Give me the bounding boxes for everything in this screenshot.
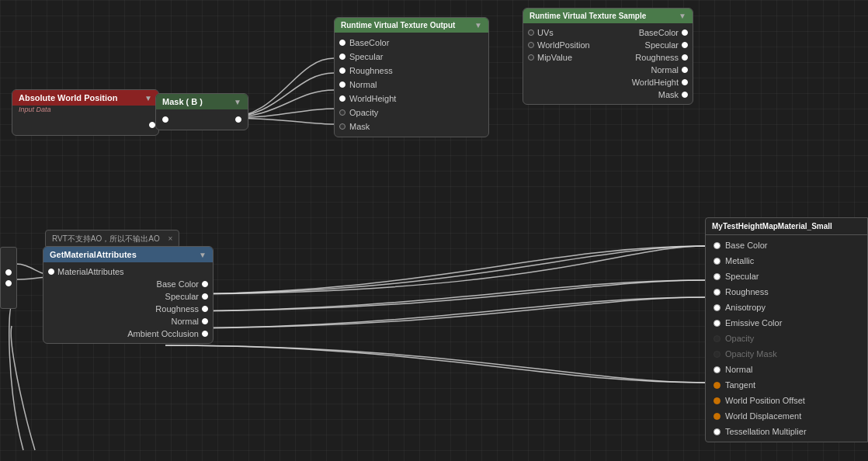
pin-emissive-mthm <box>713 320 720 327</box>
node-row-basecolor-mthm: Base Color <box>706 237 867 253</box>
node-row-wpo-mthm: World Position Offset <box>706 393 867 408</box>
pin-basecolor-rvt-output <box>339 40 345 46</box>
pin-mask-input <box>162 116 168 123</box>
node-row-metallic-mthm: Metallic <box>706 253 867 269</box>
pin-normal-rvt-output <box>339 81 345 88</box>
pin-roughness-rvt-sample <box>682 54 688 61</box>
node-title-rvt-sample: Runtime Virtual Texture Sample <box>529 12 646 20</box>
node-row-basecolor-rvt-output: BaseColor <box>335 36 488 50</box>
pin-worldpos-input <box>528 42 534 48</box>
node-header-awp: Absolute World Position ▼ <box>12 90 158 106</box>
pin-left-collapsed-out2 <box>5 280 12 286</box>
node-row-opacity-mthm: Opacity <box>706 331 867 346</box>
pin-normal-rvt-sample <box>682 67 688 73</box>
pin-left-collapsed-out1 <box>5 269 12 276</box>
node-title-gma: GetMaterialAttributes <box>50 250 137 259</box>
node-header-rvt-sample: Runtime Virtual Texture Sample ▼ <box>523 9 693 23</box>
node-rvt-output[interactable]: Runtime Virtual Texture Output ▼ BaseCol… <box>334 17 489 137</box>
node-row-emissive-mthm: Emissive Color <box>706 315 867 331</box>
node-subtitle-awp: Input Data <box>12 106 158 115</box>
node-row-specular-mthm: Specular <box>706 269 867 284</box>
node-mytestheightmapmaterial[interactable]: MyTestHeightMapMaterial_Small Base Color… <box>705 217 868 442</box>
pin-roughness-gma <box>202 306 208 312</box>
node-row-roughness-mthm: Roughness <box>706 284 867 300</box>
node-row-specular-rvt-output: Specular <box>335 50 488 64</box>
pin-wd-mthm <box>713 413 720 420</box>
node-body-rvt-sample: UVs BaseColor WorldPosition Specular Mip… <box>523 23 693 104</box>
chevron-icon-rvt-output: ▼ <box>474 21 482 29</box>
node-body-mthm: Base Color Metallic Specular Roughness A… <box>706 235 867 442</box>
node-row-normal-rvt-output: Normal <box>335 78 488 92</box>
pin-tess-mthm <box>713 428 720 435</box>
chevron-icon-awp: ▼ <box>144 94 152 102</box>
node-row-anisotropy-mthm: Anisotropy <box>706 300 867 315</box>
pin-mask-rvt-output <box>339 123 345 130</box>
node-title-mask: Mask ( B ) <box>162 97 203 106</box>
node-row-tess-mthm: Tessellation Multiplier <box>706 424 867 439</box>
node-row-tangent-mthm: Tangent <box>706 377 867 393</box>
pin-ao-gma <box>202 331 208 337</box>
pin-opacity-mask-mthm <box>713 351 720 358</box>
node-body-rvt-output: BaseColor Specular Roughness Normal Worl… <box>335 33 488 137</box>
pin-mask-rvt-sample <box>682 92 688 98</box>
pin-mipvalue-input <box>528 54 534 61</box>
pin-materialattributes-input <box>48 269 54 275</box>
node-row-opacity-mask-mthm: Opacity Mask <box>706 346 867 362</box>
pin-uvs-input <box>528 29 534 36</box>
node-collapsed-left <box>0 247 17 309</box>
node-get-material-attributes[interactable]: GetMaterialAttributes ▼ MaterialAttribut… <box>43 246 214 344</box>
node-row-roughness-rvt-output: Roughness <box>335 64 488 78</box>
pin-roughness-rvt-output <box>339 68 345 74</box>
pin-specular-mthm <box>713 273 720 280</box>
node-title-awp: Absolute World Position <box>19 93 118 102</box>
pin-worldheight-rvt-sample <box>682 79 688 85</box>
chevron-icon-gma: ▼ <box>199 251 207 259</box>
pin-awp-output <box>149 122 155 128</box>
node-header-rvt-output: Runtime Virtual Texture Output ▼ <box>335 18 488 33</box>
node-rvt-sample[interactable]: Runtime Virtual Texture Sample ▼ UVs Bas… <box>523 8 693 105</box>
node-row-normal-mthm: Normal <box>706 362 867 377</box>
pin-basecolor-gma <box>202 281 208 287</box>
pin-opacity-mthm <box>713 335 720 342</box>
node-row-wd-mthm: World Displacement <box>706 408 867 424</box>
pin-metallic-mthm <box>713 258 720 265</box>
pin-specular-gma <box>202 293 208 300</box>
node-row-opacity-rvt-output: Opacity <box>335 106 488 120</box>
pin-opacity-rvt-output <box>339 109 345 116</box>
pin-anisotropy-mthm <box>713 304 720 311</box>
pin-roughness-mthm <box>713 289 720 296</box>
chevron-icon-rvt-sample: ▼ <box>679 12 686 20</box>
node-header-gma: GetMaterialAttributes ▼ <box>43 247 213 262</box>
pin-normal-gma <box>202 318 208 324</box>
pin-normal-mthm <box>713 366 720 373</box>
pin-basecolor-rvt-sample <box>682 29 688 36</box>
pin-wpo-mthm <box>713 397 720 404</box>
pin-mask-output <box>235 116 241 123</box>
note-close-icon[interactable]: × <box>168 234 173 243</box>
node-row-mask-rvt-output: Mask <box>335 120 488 133</box>
pin-worldheight-rvt-output <box>339 95 345 102</box>
node-header-mask: Mask ( B ) ▼ <box>156 94 248 109</box>
node-mask-b[interactable]: Mask ( B ) ▼ <box>155 93 248 130</box>
pin-basecolor-mthm <box>713 242 720 249</box>
node-title-rvt-output: Runtime Virtual Texture Output <box>341 21 455 29</box>
pin-specular-rvt-sample <box>682 42 688 48</box>
node-header-mthm: MyTestHeightMapMaterial_Small <box>706 218 867 235</box>
node-body-gma: MaterialAttributes Base Color Specular R… <box>43 262 213 343</box>
node-title-mthm: MyTestHeightMapMaterial_Small <box>712 222 832 230</box>
chevron-icon-mask: ▼ <box>234 98 241 106</box>
node-absolute-world-position[interactable]: Absolute World Position ▼ Input Data <box>12 89 159 136</box>
pin-specular-rvt-output <box>339 54 345 60</box>
pin-tangent-mthm <box>713 382 720 389</box>
node-row-worldheight-rvt-output: WorldHeight <box>335 92 488 106</box>
